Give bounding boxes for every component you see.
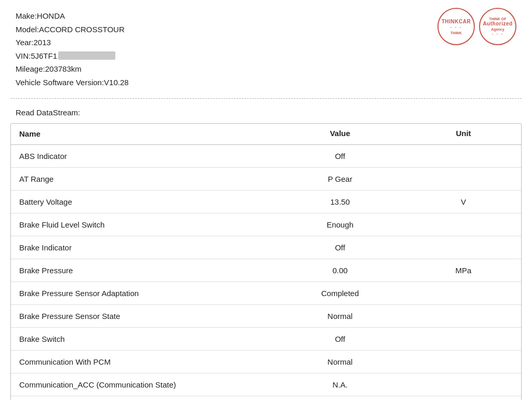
row-value: N.A. bbox=[266, 380, 414, 389]
row-name: Brake Indicator bbox=[19, 243, 266, 253]
table-body: ABS IndicatorOffAT RangeP GearBattery Vo… bbox=[11, 145, 521, 400]
table-row: Brake Pressure0.00MPa bbox=[11, 259, 521, 282]
row-value: Enough bbox=[266, 220, 414, 229]
table-row: Brake Fluid Level SwitchEnough bbox=[11, 214, 521, 236]
row-value: P Gear bbox=[266, 175, 414, 183]
table-row: Communication AHBN.A. bbox=[11, 396, 521, 400]
row-name: Communication With PCM bbox=[19, 357, 266, 367]
row-value: Off bbox=[266, 152, 414, 161]
table-row: AT RangeP Gear bbox=[11, 168, 521, 191]
stamp-authorized: THINK OF Authorized Agency · · · bbox=[479, 8, 516, 45]
row-name: Brake Pressure bbox=[19, 265, 266, 276]
header-section: Make:HONDA Model:ACCORD CROSSTOUR Year:2… bbox=[0, 0, 532, 94]
datastream-table: Name Value Unit ABS IndicatorOffAT Range… bbox=[10, 123, 522, 400]
header-name: Name bbox=[19, 129, 266, 139]
header-value: Value bbox=[266, 129, 414, 139]
header-divider bbox=[10, 98, 522, 99]
table-row: Communication_ACC (Communication State)N… bbox=[11, 374, 521, 396]
table-row: Brake IndicatorOff bbox=[11, 236, 521, 259]
row-value: Off bbox=[266, 243, 414, 252]
vin-row: VIN:5J6TF1 bbox=[16, 49, 516, 63]
row-value: Normal bbox=[266, 357, 414, 366]
table-header: Name Value Unit bbox=[11, 124, 521, 145]
stamp-thinkcar: THINKCAR · · · THINK bbox=[437, 8, 475, 45]
vin-redacted bbox=[58, 51, 115, 60]
table-row: Battery Voltage13.50V bbox=[11, 191, 521, 214]
row-name: Brake Fluid Level Switch bbox=[19, 220, 266, 230]
row-value: 13.50 bbox=[266, 197, 414, 206]
row-name: ABS Indicator bbox=[19, 151, 266, 162]
software-label: Vehicle Software Version:V10.28 bbox=[16, 76, 516, 89]
row-name: Brake Pressure Sensor State bbox=[19, 311, 266, 322]
stamps-container: THINKCAR · · · THINK THINK OF Authorized… bbox=[437, 8, 516, 45]
table-row: Communication With PCMNormal bbox=[11, 351, 521, 374]
mileage-label: Mileage:203783km bbox=[16, 62, 516, 76]
row-value: Completed bbox=[266, 289, 414, 298]
table-row: Brake Pressure Sensor StateNormal bbox=[11, 305, 521, 328]
row-unit: MPa bbox=[414, 266, 513, 275]
table-row: Brake SwitchOff bbox=[11, 328, 521, 351]
header-unit: Unit bbox=[414, 129, 513, 139]
row-value: Normal bbox=[266, 312, 414, 321]
table-row: Brake Pressure Sensor AdaptationComplete… bbox=[11, 282, 521, 305]
row-name: Communication_ACC (Communication State) bbox=[19, 380, 266, 390]
row-value: 0.00 bbox=[266, 266, 414, 275]
table-row: ABS IndicatorOff bbox=[11, 145, 521, 168]
row-name: Brake Pressure Sensor Adaptation bbox=[19, 288, 266, 299]
section-title: Read DataStream: bbox=[0, 103, 532, 123]
row-value: Off bbox=[266, 335, 414, 343]
row-name: AT Range bbox=[19, 174, 266, 184]
vin-label: VIN:5J6TF1 bbox=[16, 49, 57, 63]
row-unit: V bbox=[414, 197, 513, 206]
row-name: Brake Switch bbox=[19, 334, 266, 344]
row-name: Battery Voltage bbox=[19, 197, 266, 207]
